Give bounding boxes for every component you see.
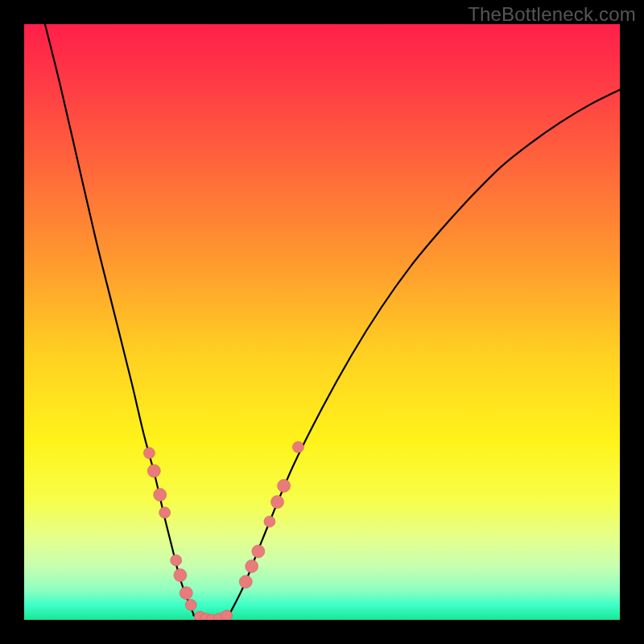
data-marker [239, 576, 252, 588]
watermark-text: TheBottleneck.com [468, 3, 636, 26]
data-marker [264, 516, 275, 527]
plot-area [24, 24, 620, 620]
data-marker [185, 600, 196, 611]
data-marker [252, 545, 265, 558]
data-marker [159, 507, 171, 518]
chart-frame: TheBottleneck.com [0, 0, 644, 644]
bottleneck-curve [45, 24, 620, 620]
data-marker [143, 448, 155, 459]
curve-layer [24, 24, 620, 620]
data-marker [278, 480, 291, 493]
data-marker [271, 495, 284, 508]
data-marker [180, 587, 192, 600]
data-marker [147, 464, 160, 477]
data-marker [292, 441, 303, 452]
data-marker [171, 555, 182, 566]
data-marker [154, 489, 167, 502]
data-marker [246, 559, 258, 572]
data-marker [221, 610, 233, 620]
data-marker [174, 569, 187, 582]
